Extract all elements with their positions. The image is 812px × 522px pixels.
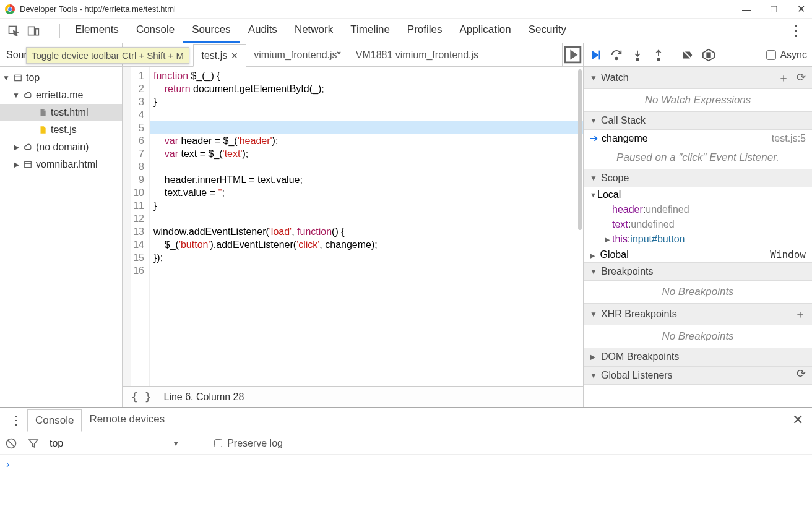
- drawer-tabstrip: ⋮ ConsoleRemote devices ✕: [0, 408, 812, 432]
- window-controls: — ☐ ✕: [740, 3, 807, 15]
- debugger-toolbar: Async: [584, 43, 812, 67]
- console-toolbar: top▼ Preserve log: [0, 432, 812, 455]
- watch-refresh-icon[interactable]: ⟳: [797, 71, 806, 85]
- xhr-add-icon[interactable]: ＋: [795, 307, 806, 322]
- svg-rect-7: [599, 50, 600, 59]
- drawer-panel: ⋮ ConsoleRemote devices ✕ top▼ Preserve …: [0, 407, 812, 522]
- more-menu-icon[interactable]: ⋮: [785, 22, 807, 40]
- scope-local[interactable]: ▼Local: [584, 187, 812, 202]
- navigator-pane: Sources » ⋮ ▼top▼errietta.metest.htmltes…: [0, 43, 123, 407]
- pause-reason: Paused on a "click" Event Listener.: [584, 147, 812, 169]
- tree-item-vomnibar-html[interactable]: ▶vomnibar.html: [0, 156, 122, 173]
- step-over-icon[interactable]: [610, 48, 623, 62]
- file-tab-test-js[interactable]: test.js✕: [193, 44, 246, 67]
- callstack-frame[interactable]: ➔ changeme test.js:5: [584, 130, 812, 147]
- tab-sources[interactable]: Sources: [183, 19, 239, 43]
- watch-add-icon[interactable]: ＋: [778, 71, 789, 85]
- debugger-pane: Async ▼Watch ＋⟳ No Watch Expressions ▼Ca…: [583, 43, 812, 407]
- line-gutter[interactable]: 12345678910111213141516: [123, 67, 150, 386]
- cursor-position: Line 6, Column 28: [164, 392, 244, 403]
- watch-empty: No Watch Expressions: [584, 89, 812, 111]
- tree-item-test-js[interactable]: test.js: [0, 121, 122, 139]
- breakpoints-empty: No Breakpoints: [584, 281, 812, 303]
- clear-console-icon[interactable]: [5, 437, 17, 450]
- titlebar: Developer Tools - http://errietta.me/tes…: [0, 0, 812, 19]
- code-editor[interactable]: 12345678910111213141516 function $_(_) {…: [123, 67, 583, 386]
- drawer-menu-icon[interactable]: ⋮: [5, 413, 27, 427]
- drawer-close-icon[interactable]: ✕: [788, 412, 807, 428]
- deactivate-breakpoints-icon[interactable]: [681, 48, 694, 62]
- pause-exceptions-icon[interactable]: [702, 48, 715, 62]
- close-tab-icon[interactable]: ✕: [231, 51, 238, 61]
- breakpoints-section-header[interactable]: ▼Breakpoints: [584, 262, 812, 281]
- devtools-tabstrip: ElementsConsoleSourcesAuditsNetworkTimel…: [0, 19, 812, 43]
- tree-item-errietta-me[interactable]: ▼errietta.me: [0, 87, 122, 104]
- step-into-icon[interactable]: [631, 48, 644, 62]
- watch-section-header[interactable]: ▼Watch ＋⟳: [584, 67, 812, 89]
- tab-security[interactable]: Security: [520, 19, 575, 43]
- tab-profiles[interactable]: Profiles: [399, 19, 451, 43]
- filter-icon[interactable]: [27, 437, 40, 450]
- svg-rect-11: [707, 53, 708, 57]
- svg-rect-4: [25, 161, 32, 167]
- svg-point-9: [636, 58, 639, 61]
- listeners-refresh-icon[interactable]: ⟳: [797, 367, 806, 380]
- console-prompt[interactable]: ›: [0, 455, 812, 474]
- current-frame-icon: ➔: [590, 132, 598, 144]
- drawer-tab-remote-devices[interactable]: Remote devices: [82, 409, 172, 431]
- chrome-icon: [5, 4, 15, 14]
- svg-point-10: [657, 58, 660, 61]
- scope-var-this[interactable]: ▶this: input#button: [584, 232, 812, 247]
- svg-rect-3: [15, 75, 22, 80]
- inspect-element-icon[interactable]: [7, 25, 20, 37]
- tab-timeline[interactable]: Timeline: [342, 19, 399, 43]
- step-out-icon[interactable]: [652, 48, 665, 62]
- scope-global[interactable]: ▶ Global Window: [584, 247, 812, 262]
- dom-breakpoints-section-header[interactable]: ▶DOM Breakpoints: [584, 348, 812, 366]
- svg-rect-12: [709, 53, 710, 57]
- tab-audits[interactable]: Audits: [240, 19, 286, 43]
- tab-application[interactable]: Application: [451, 19, 520, 43]
- editor-pane: test.htmltest.js✕vimium_frontend.js*VM18…: [123, 43, 583, 407]
- console-context[interactable]: top▼: [50, 438, 179, 449]
- file-tab-vm1881-vimium-frontend-js[interactable]: VM1881 vimium_frontend.js: [348, 43, 486, 66]
- file-tabstrip: test.htmltest.js✕vimium_frontend.js*VM18…: [123, 43, 583, 67]
- device-toolbar-icon[interactable]: [27, 25, 40, 37]
- tab-network[interactable]: Network: [286, 19, 342, 43]
- preserve-log-checkbox[interactable]: Preserve log: [214, 438, 283, 449]
- svg-rect-2: [35, 28, 38, 35]
- tab-console[interactable]: Console: [127, 19, 183, 43]
- xhr-breakpoints-section-header[interactable]: ▼XHR Breakpoints ＋: [584, 303, 812, 325]
- scope-var-header[interactable]: header: undefined: [584, 202, 812, 217]
- minimize-button[interactable]: —: [740, 4, 753, 14]
- async-checkbox[interactable]: Async: [766, 49, 807, 61]
- scrollbar-thumb[interactable]: [578, 69, 582, 230]
- global-listeners-section-header[interactable]: ▼Global Listeners ⟳: [584, 366, 812, 385]
- file-tab-vimium-frontend-js-[interactable]: vimium_frontend.js*: [246, 43, 348, 66]
- device-toolbar-tooltip: Toggle device toolbar Ctrl + Shift + M: [26, 47, 189, 64]
- xhr-breakpoints-empty: No Breakpoints: [584, 325, 812, 348]
- maximize-button[interactable]: ☐: [767, 4, 780, 14]
- tree-item--no-domain-[interactable]: ▶(no domain): [0, 139, 122, 156]
- pretty-print-icon[interactable]: { }: [131, 390, 152, 403]
- window-title: Developer Tools - http://errietta.me/tes…: [20, 4, 176, 14]
- callstack-section-header[interactable]: ▼Call Stack: [584, 111, 812, 130]
- resume-icon[interactable]: [589, 48, 602, 62]
- file-tree: ▼top▼errietta.metest.htmltest.js▶(no dom…: [0, 67, 122, 176]
- drawer-tab-console[interactable]: Console: [27, 409, 82, 432]
- svg-rect-1: [28, 27, 35, 35]
- tree-item-top[interactable]: ▼top: [0, 69, 122, 87]
- tab-elements[interactable]: Elements: [66, 19, 127, 43]
- tree-item-test-html[interactable]: test.html: [0, 104, 122, 121]
- editor-statusbar: { } Line 6, Column 28: [123, 386, 583, 407]
- scope-section-header[interactable]: ▼Scope: [584, 169, 812, 187]
- run-snippet-icon[interactable]: [562, 43, 583, 66]
- scope-var-text[interactable]: text: undefined: [584, 217, 812, 232]
- close-button[interactable]: ✕: [795, 3, 807, 15]
- svg-point-8: [615, 57, 618, 59]
